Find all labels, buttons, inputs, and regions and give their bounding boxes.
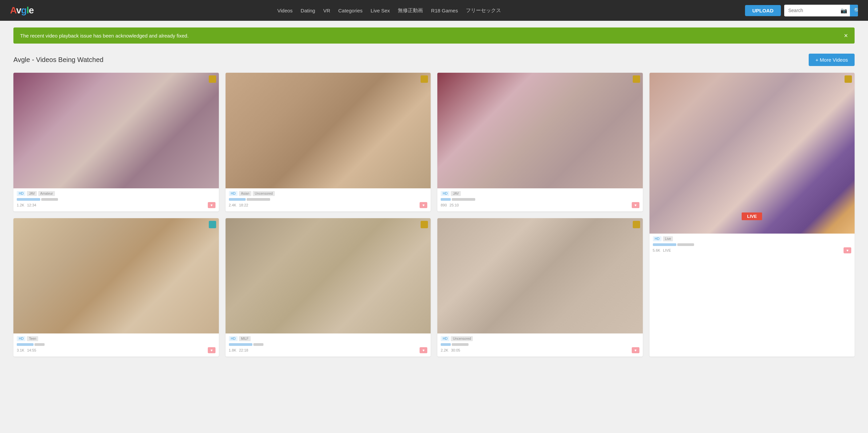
video-stats-3: 890 25:10 <box>441 203 459 207</box>
duration: LIVE <box>663 248 671 252</box>
like-button-large[interactable]: ♥ <box>843 247 851 253</box>
nav-item-videos[interactable]: Videos <box>277 8 292 13</box>
nav-item-dating[interactable]: Dating <box>301 8 315 13</box>
like-button-5[interactable]: ♥ <box>208 347 216 353</box>
site-header: Avgle Videos Dating VR Categories Live S… <box>0 0 868 21</box>
view-count: 2.4K <box>229 203 237 207</box>
tag-genre: Teen <box>27 336 38 341</box>
video-stats-large: 5.6K LIVE <box>653 248 671 252</box>
video-badge-6 <box>421 221 428 228</box>
tag-hd: HD <box>653 236 661 241</box>
nav-item-uncensored[interactable]: 無修正動画 <box>398 7 423 14</box>
duration: 14:55 <box>27 348 36 352</box>
search-submit-button[interactable]: 🔍 <box>850 5 858 17</box>
video-title-blobs <box>17 343 216 346</box>
tag-hd: HD <box>17 191 26 196</box>
video-meta-3: 890 25:10 ♥ <box>441 202 640 208</box>
video-card-5[interactable]: HD Teen 3.1K 14:55 ♥ <box>13 218 219 357</box>
video-stats-6: 1.8K 22:18 <box>229 348 248 352</box>
alert-message: The recent video playback issue has been… <box>20 33 189 38</box>
like-button-7[interactable]: ♥ <box>632 347 640 353</box>
search-input[interactable] <box>784 5 838 16</box>
video-thumbnail-large: LIVE <box>650 73 855 234</box>
video-meta-2: 2.4K 18:22 ♥ <box>229 202 428 208</box>
nav-item-categories[interactable]: Categories <box>338 8 363 13</box>
video-meta-1: 1.2K 12:34 ♥ <box>17 202 216 208</box>
video-thumbnail-3 <box>437 73 643 188</box>
like-button-1[interactable]: ♥ <box>208 202 216 208</box>
upload-button[interactable]: UPLOAD <box>745 5 781 16</box>
view-count: 1.8K <box>229 348 237 352</box>
tag-genre: MILF <box>239 336 251 341</box>
video-meta-5: 3.1K 14:55 ♥ <box>17 347 216 353</box>
video-title-blobs <box>441 198 640 201</box>
main-nav: Videos Dating VR Categories Live Sex 無修正… <box>43 7 735 14</box>
video-grid: HD JAV Amateur 1.2K 12:34 ♥ <box>13 73 855 357</box>
more-videos-button[interactable]: + More Videos <box>809 54 855 66</box>
video-stats-1: 1.2K 12:34 <box>17 203 36 207</box>
logo-letter-e: e <box>29 5 34 16</box>
video-thumbnail-5 <box>13 218 219 334</box>
view-count: 3.1K <box>17 348 25 352</box>
tag-hd: HD <box>441 191 450 196</box>
nav-item-r18-games[interactable]: R18 Games <box>431 8 458 13</box>
video-stats-7: 2.2K 30:05 <box>441 348 460 352</box>
video-info-5: HD Teen 3.1K 14:55 ♥ <box>13 334 219 357</box>
duration: 18:22 <box>239 203 248 207</box>
video-tags-3: HD JAV <box>441 191 640 196</box>
video-info-7: HD Uncensored 2.2K 30:05 ♥ <box>437 334 643 357</box>
video-title-blobs <box>17 198 216 201</box>
tag-genre2: Amateur <box>38 191 55 196</box>
video-card-1[interactable]: HD JAV Amateur 1.2K 12:34 ♥ <box>13 73 219 212</box>
video-card-2[interactable]: HD Asian Uncensored 2.4K 18:22 ♥ <box>225 73 431 212</box>
alert-close-button[interactable]: × <box>844 32 848 39</box>
video-meta-6: 1.8K 22:18 ♥ <box>229 347 428 353</box>
section-title: Avgle - Videos Being Watched <box>13 56 103 64</box>
logo-letter-l: l <box>27 5 29 16</box>
section-header: Avgle - Videos Being Watched + More Vide… <box>13 54 855 66</box>
view-count: 2.2K <box>441 348 448 352</box>
tag-genre: JAV <box>451 191 461 196</box>
search-icon: 🔍 <box>854 8 858 13</box>
video-stats-2: 2.4K 18:22 <box>229 203 248 207</box>
duration: 30:05 <box>451 348 461 352</box>
view-count: 890 <box>441 203 447 207</box>
camera-search-button[interactable]: 📷 <box>838 5 850 16</box>
logo-letter-v: v <box>16 5 21 16</box>
video-title-blobs <box>229 343 428 346</box>
like-button-3[interactable]: ♥ <box>632 202 640 208</box>
video-stats-5: 3.1K 14:55 <box>17 348 36 352</box>
tag-genre: Asian <box>239 191 251 196</box>
video-card-7[interactable]: HD Uncensored 2.2K 30:05 ♥ <box>437 218 643 357</box>
tag-hd: HD <box>229 336 238 341</box>
nav-item-vr[interactable]: VR <box>323 8 330 13</box>
alert-banner: The recent video playback issue has been… <box>13 28 855 43</box>
tag-genre: JAV <box>27 191 37 196</box>
search-box: 📷 🔍 <box>784 5 858 17</box>
nav-item-live-sex[interactable]: Live Sex <box>371 8 390 13</box>
video-badge-1 <box>209 75 216 83</box>
site-logo[interactable]: Avgle <box>10 5 33 16</box>
camera-icon: 📷 <box>840 8 847 13</box>
tag-hd: HD <box>229 191 238 196</box>
like-button-2[interactable]: ♥ <box>420 202 427 208</box>
video-tags-5: HD Teen <box>17 336 216 341</box>
video-tags-1: HD JAV Amateur <box>17 191 216 196</box>
tag-genre: Uncensored <box>451 336 473 341</box>
video-title-blobs <box>653 243 851 246</box>
view-count: 1.2K <box>17 203 25 207</box>
logo-letter-a: A <box>10 5 16 16</box>
like-button-6[interactable]: ♥ <box>420 347 427 353</box>
view-count: 5.6K <box>653 248 660 252</box>
video-badge-5 <box>209 221 216 228</box>
video-card-6[interactable]: HD MILF 1.8K 22:18 ♥ <box>225 218 431 357</box>
video-meta-large: 5.6K LIVE ♥ <box>653 247 851 253</box>
video-card-3[interactable]: HD JAV 890 25:10 ♥ <box>437 73 643 212</box>
nav-item-free-sex[interactable]: フリーセックス <box>466 7 501 14</box>
main-content: Avgle - Videos Being Watched + More Vide… <box>0 50 868 370</box>
video-title-blobs <box>229 198 428 201</box>
video-tags-6: HD MILF <box>229 336 428 341</box>
tag-hd: HD <box>441 336 450 341</box>
tag-live: Live <box>663 236 673 241</box>
video-card-large[interactable]: LIVE HD Live 5.6K LIVE ♥ <box>650 73 855 357</box>
